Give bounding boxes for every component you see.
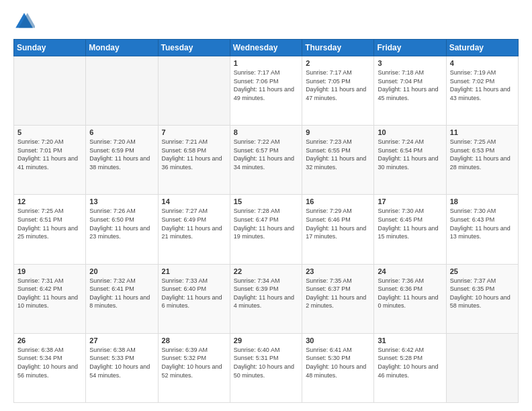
day-info: Sunrise: 7:18 AM Sunset: 7:04 PM Dayligh… [378,68,442,102]
weekday-header-saturday: Saturday [446,40,518,56]
calendar-cell: 29Sunrise: 6:40 AM Sunset: 5:31 PM Dayli… [230,333,302,402]
day-info: Sunrise: 6:41 AM Sunset: 5:30 PM Dayligh… [306,346,370,379]
calendar-cell [446,333,518,402]
day-info: Sunrise: 7:17 AM Sunset: 7:05 PM Dayligh… [306,68,370,102]
day-info: Sunrise: 7:30 AM Sunset: 6:45 PM Dayligh… [378,207,442,240]
weekday-header-sunday: Sunday [14,40,86,56]
day-number: 14 [162,197,226,205]
calendar-cell [86,56,158,126]
day-number: 19 [17,267,82,275]
day-number: 22 [234,267,298,275]
calendar-cell: 5Sunrise: 7:20 AM Sunset: 7:01 PM Daylig… [14,126,86,195]
calendar-cell: 8Sunrise: 7:22 AM Sunset: 6:57 PM Daylig… [230,126,302,195]
day-number: 25 [450,267,515,275]
day-info: Sunrise: 6:39 AM Sunset: 5:32 PM Dayligh… [162,346,226,379]
calendar-cell: 23Sunrise: 7:35 AM Sunset: 6:37 PM Dayli… [302,264,374,333]
calendar-cell: 4Sunrise: 7:19 AM Sunset: 7:02 PM Daylig… [446,56,518,126]
day-number: 27 [89,336,154,345]
page: SundayMondayTuesdayWednesdayThursdayFrid… [0,0,532,411]
calendar-cell: 15Sunrise: 7:28 AM Sunset: 6:47 PM Dayli… [230,195,302,264]
day-number: 2 [306,59,370,67]
day-number: 7 [162,128,226,136]
calendar-header-row: SundayMondayTuesdayWednesdayThursdayFrid… [14,40,519,56]
calendar-cell: 30Sunrise: 6:41 AM Sunset: 5:30 PM Dayli… [302,333,374,402]
day-info: Sunrise: 6:42 AM Sunset: 5:28 PM Dayligh… [378,346,442,379]
calendar-cell: 16Sunrise: 7:29 AM Sunset: 6:46 PM Dayli… [302,195,374,264]
calendar-week-1: 1Sunrise: 7:17 AM Sunset: 7:06 PM Daylig… [14,56,519,126]
calendar-cell: 9Sunrise: 7:23 AM Sunset: 6:55 PM Daylig… [302,126,374,195]
calendar-cell: 17Sunrise: 7:30 AM Sunset: 6:45 PM Dayli… [374,195,446,264]
calendar-cell: 20Sunrise: 7:32 AM Sunset: 6:41 PM Dayli… [86,264,158,333]
day-info: Sunrise: 7:17 AM Sunset: 7:06 PM Dayligh… [234,68,298,102]
weekday-header-thursday: Thursday [302,40,374,56]
calendar-cell: 27Sunrise: 6:38 AM Sunset: 5:33 PM Dayli… [86,333,158,402]
weekday-header-tuesday: Tuesday [158,40,230,56]
day-info: Sunrise: 7:25 AM Sunset: 6:53 PM Dayligh… [450,138,515,171]
calendar-cell: 13Sunrise: 7:26 AM Sunset: 6:50 PM Dayli… [86,195,158,264]
day-number: 20 [89,267,154,275]
day-info: Sunrise: 7:35 AM Sunset: 6:37 PM Dayligh… [306,277,370,310]
day-info: Sunrise: 7:29 AM Sunset: 6:46 PM Dayligh… [306,207,370,240]
day-number: 12 [17,197,82,205]
calendar-cell: 25Sunrise: 7:37 AM Sunset: 6:35 PM Dayli… [446,264,518,333]
day-number: 30 [306,336,370,345]
calendar-table: SundayMondayTuesdayWednesdayThursdayFrid… [13,39,519,403]
day-number: 1 [234,59,298,67]
calendar-cell: 2Sunrise: 7:17 AM Sunset: 7:05 PM Daylig… [302,56,374,126]
day-number: 6 [89,128,154,136]
day-number: 26 [17,336,82,345]
day-number: 28 [162,336,226,345]
day-info: Sunrise: 7:24 AM Sunset: 6:54 PM Dayligh… [378,138,442,171]
day-number: 10 [378,128,442,136]
calendar-cell: 28Sunrise: 6:39 AM Sunset: 5:32 PM Dayli… [158,333,230,402]
calendar-week-5: 26Sunrise: 6:38 AM Sunset: 5:34 PM Dayli… [14,333,519,402]
day-number: 4 [450,59,515,67]
day-info: Sunrise: 7:25 AM Sunset: 6:51 PM Dayligh… [17,207,82,240]
calendar-week-3: 12Sunrise: 7:25 AM Sunset: 6:51 PM Dayli… [14,195,519,264]
day-info: Sunrise: 7:23 AM Sunset: 6:55 PM Dayligh… [306,138,370,171]
day-info: Sunrise: 7:20 AM Sunset: 6:59 PM Dayligh… [89,138,154,171]
weekday-header-friday: Friday [374,40,446,56]
calendar-cell: 18Sunrise: 7:30 AM Sunset: 6:43 PM Dayli… [446,195,518,264]
day-info: Sunrise: 7:30 AM Sunset: 6:43 PM Dayligh… [450,207,515,240]
day-info: Sunrise: 7:20 AM Sunset: 7:01 PM Dayligh… [17,138,82,171]
weekday-header-wednesday: Wednesday [230,40,302,56]
calendar-cell: 1Sunrise: 7:17 AM Sunset: 7:06 PM Daylig… [230,56,302,126]
calendar-cell [14,56,86,126]
calendar-week-2: 5Sunrise: 7:20 AM Sunset: 7:01 PM Daylig… [14,126,519,195]
calendar-cell: 21Sunrise: 7:33 AM Sunset: 6:40 PM Dayli… [158,264,230,333]
day-number: 17 [378,197,442,205]
day-number: 29 [234,336,298,345]
logo-icon [13,11,35,32]
day-number: 11 [450,128,515,136]
day-info: Sunrise: 6:38 AM Sunset: 5:33 PM Dayligh… [89,346,154,379]
day-info: Sunrise: 7:21 AM Sunset: 6:58 PM Dayligh… [162,138,226,171]
calendar-cell: 14Sunrise: 7:27 AM Sunset: 6:49 PM Dayli… [158,195,230,264]
day-number: 24 [378,267,442,275]
calendar-cell: 26Sunrise: 6:38 AM Sunset: 5:34 PM Dayli… [14,333,86,402]
weekday-header-monday: Monday [86,40,158,56]
calendar-cell: 24Sunrise: 7:36 AM Sunset: 6:36 PM Dayli… [374,264,446,333]
calendar-cell: 19Sunrise: 7:31 AM Sunset: 6:42 PM Dayli… [14,264,86,333]
day-number: 16 [306,197,370,205]
day-number: 21 [162,267,226,275]
day-number: 23 [306,267,370,275]
calendar-cell: 22Sunrise: 7:34 AM Sunset: 6:39 PM Dayli… [230,264,302,333]
calendar-cell: 7Sunrise: 7:21 AM Sunset: 6:58 PM Daylig… [158,126,230,195]
day-info: Sunrise: 7:22 AM Sunset: 6:57 PM Dayligh… [234,138,298,171]
day-info: Sunrise: 6:38 AM Sunset: 5:34 PM Dayligh… [17,346,82,379]
day-info: Sunrise: 7:27 AM Sunset: 6:49 PM Dayligh… [162,207,226,240]
day-info: Sunrise: 6:40 AM Sunset: 5:31 PM Dayligh… [234,346,298,379]
day-info: Sunrise: 7:36 AM Sunset: 6:36 PM Dayligh… [378,277,442,310]
day-number: 3 [378,59,442,67]
calendar-cell: 11Sunrise: 7:25 AM Sunset: 6:53 PM Dayli… [446,126,518,195]
header [13,11,519,32]
calendar-week-4: 19Sunrise: 7:31 AM Sunset: 6:42 PM Dayli… [14,264,519,333]
day-number: 9 [306,128,370,136]
day-number: 13 [89,197,154,205]
calendar-cell: 31Sunrise: 6:42 AM Sunset: 5:28 PM Dayli… [374,333,446,402]
day-number: 5 [17,128,82,136]
day-number: 18 [450,197,515,205]
day-info: Sunrise: 7:32 AM Sunset: 6:41 PM Dayligh… [89,277,154,310]
day-info: Sunrise: 7:26 AM Sunset: 6:50 PM Dayligh… [89,207,154,240]
